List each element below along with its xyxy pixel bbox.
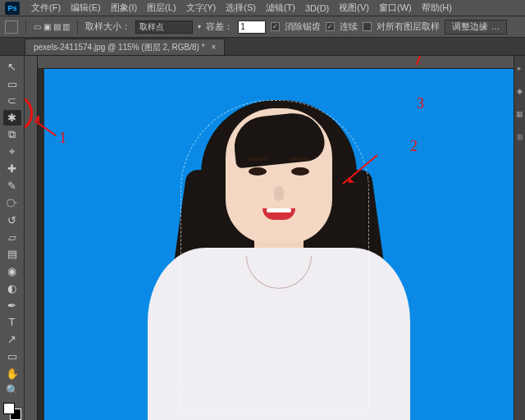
brush-tool[interactable]: ✎ bbox=[3, 178, 21, 194]
right-panel-rail: ▸ ◆ ▦ ⊞ bbox=[514, 56, 525, 420]
all-layers-label: 对所有图层取样 bbox=[377, 21, 440, 33]
menu-view[interactable]: 视图(V) bbox=[334, 2, 374, 14]
document-tab[interactable]: pexels-2411574.jpg @ 115% (图层 2, RGB/8) … bbox=[25, 39, 225, 55]
dodge-tool[interactable]: ◐ bbox=[3, 281, 21, 296]
contiguous-checkbox[interactable] bbox=[326, 22, 335, 31]
tolerance-input[interactable] bbox=[238, 21, 266, 34]
magic-wand-tool[interactable]: ✱ bbox=[3, 110, 21, 126]
path-select-tool[interactable]: ↗ bbox=[3, 331, 21, 347]
lasso-tool[interactable]: ⊂ bbox=[3, 94, 21, 109]
document-tab-bar: pexels-2411574.jpg @ 115% (图层 2, RGB/8) … bbox=[0, 38, 525, 56]
contiguous-label: 连续 bbox=[340, 21, 358, 33]
app-logo: Ps bbox=[5, 2, 20, 15]
document-tab-title: pexels-2411574.jpg @ 115% (图层 2, RGB/8) … bbox=[34, 42, 205, 53]
shape-tool[interactable]: ▭ bbox=[3, 349, 21, 364]
color-swatches[interactable] bbox=[3, 403, 21, 420]
marquee-tool[interactable]: ▭ bbox=[3, 76, 21, 92]
sample-size-select[interactable]: 取样点 bbox=[135, 21, 193, 34]
refine-edge-button[interactable]: 调整边缘 … bbox=[445, 20, 507, 34]
ruler-horizontal bbox=[38, 56, 514, 69]
eraser-tool[interactable]: ▱ bbox=[3, 230, 21, 245]
hand-tool[interactable]: ✋ bbox=[3, 366, 21, 381]
antialias-checkbox[interactable] bbox=[271, 22, 280, 31]
blur-tool[interactable]: ◉ bbox=[3, 263, 21, 279]
history-brush-tool[interactable]: ↺ bbox=[3, 212, 21, 228]
menu-3d[interactable]: 3D(D) bbox=[300, 3, 334, 13]
text-tool[interactable]: T bbox=[3, 314, 21, 330]
all-layers-checkbox[interactable] bbox=[363, 22, 372, 31]
options-bar: ▭ ▣ ▤ ▥ 取样大小： 取样点 ▾ 容差： 消除锯齿 连续 对所有图层取样 … bbox=[0, 16, 525, 38]
antialias-label: 消除锯齿 bbox=[285, 21, 321, 33]
menu-bar: Ps 文件(F) 编辑(E) 图象(I) 图层(L) 文字(Y) 选择(S) 滤… bbox=[0, 0, 525, 16]
menu-filter[interactable]: 滤镜(T) bbox=[261, 2, 300, 14]
menu-file[interactable]: 文件(F) bbox=[26, 2, 66, 14]
pen-tool[interactable]: ✒ bbox=[3, 298, 21, 313]
canvas-area: 1 2 3 bbox=[25, 56, 514, 420]
move-tool[interactable]: ↖ bbox=[3, 59, 21, 75]
document-canvas[interactable] bbox=[44, 69, 514, 420]
tool-preset-swatch[interactable] bbox=[5, 21, 18, 34]
rail-icon-expand[interactable]: ▸ bbox=[518, 64, 522, 72]
rail-icon-swatches[interactable]: ▦ bbox=[516, 110, 523, 118]
menu-select[interactable]: 选择(S) bbox=[221, 2, 261, 14]
close-icon[interactable]: × bbox=[212, 43, 217, 52]
tolerance-label: 容差： bbox=[206, 21, 233, 33]
gradient-tool[interactable]: ▤ bbox=[3, 246, 21, 262]
menu-image[interactable]: 图象(I) bbox=[106, 2, 142, 14]
healing-tool[interactable]: ✚ bbox=[3, 162, 21, 177]
eyedropper-tool[interactable]: ⌖ bbox=[3, 144, 21, 160]
toolbox: ↖ ▭ ⊂ ✱ ⧉ ⌖ ✚ ✎ ⧂ ↺ ▱ ▤ ◉ ◐ ✒ T ↗ ▭ ✋ 🔍 bbox=[0, 56, 25, 420]
menu-layer[interactable]: 图层(L) bbox=[142, 2, 180, 14]
menu-type[interactable]: 文字(Y) bbox=[181, 2, 221, 14]
crop-tool[interactable]: ⧉ bbox=[3, 127, 21, 143]
rail-icon-layers[interactable]: ⊞ bbox=[517, 133, 523, 141]
stamp-tool[interactable]: ⧂ bbox=[3, 195, 21, 211]
menu-edit[interactable]: 编辑(E) bbox=[66, 2, 106, 14]
zoom-tool[interactable]: 🔍 bbox=[3, 383, 21, 399]
menu-window[interactable]: 窗口(W) bbox=[374, 2, 417, 14]
selection-mode-icons[interactable]: ▭ ▣ ▤ ▥ bbox=[34, 22, 70, 31]
canvas-subject bbox=[139, 75, 418, 420]
rail-icon-color[interactable]: ◆ bbox=[517, 87, 523, 95]
menu-help[interactable]: 帮助(H) bbox=[417, 2, 457, 14]
ruler-vertical bbox=[25, 56, 38, 420]
sample-size-label: 取样大小： bbox=[85, 21, 130, 33]
